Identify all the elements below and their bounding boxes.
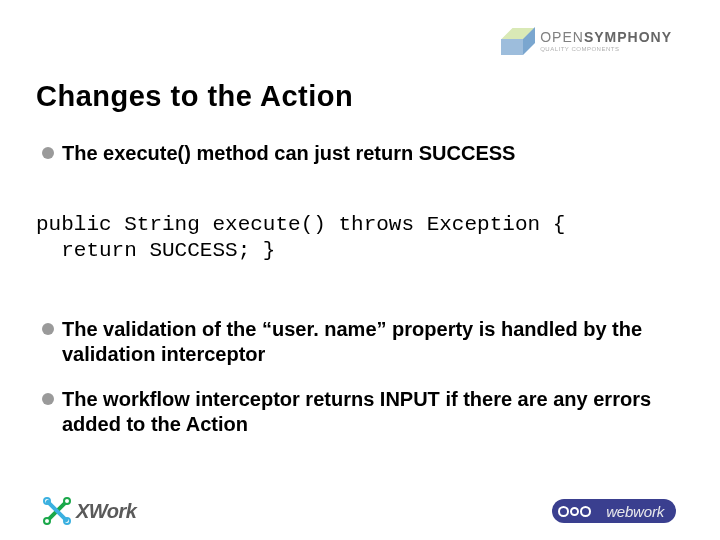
code-block: public String execute() throws Exception… [36, 212, 684, 265]
slide: OPENSYMPHONY QUALITY COMPONENTS Changes … [0, 0, 720, 540]
bullet-text: The execute() method can just return SUC… [62, 141, 515, 166]
bullet-list: The execute() method can just return SUC… [36, 141, 684, 166]
list-item: The validation of the “user. name” prope… [42, 317, 684, 367]
bullet-list: The validation of the “user. name” prope… [36, 317, 684, 437]
cube-icon [502, 26, 532, 56]
webwork-label: webwork [606, 503, 664, 520]
webwork-logo: webwork [552, 499, 676, 523]
opensymphony-logo: OPENSYMPHONY QUALITY COMPONENTS [502, 26, 672, 56]
xwork-label: XWork [76, 500, 136, 523]
xwork-icon [44, 498, 70, 524]
footer: XWork webwork [0, 498, 720, 524]
logo-text: OPENSYMPHONY QUALITY COMPONENTS [540, 30, 672, 52]
list-item: The workflow interceptor returns INPUT i… [42, 387, 684, 437]
slide-title: Changes to the Action [36, 80, 684, 113]
logo-tagline: QUALITY COMPONENTS [540, 46, 672, 52]
bullet-icon [42, 147, 54, 159]
bullet-text: The validation of the “user. name” prope… [62, 317, 684, 367]
webwork-icon [558, 502, 598, 520]
bullet-text: The workflow interceptor returns INPUT i… [62, 387, 684, 437]
bullet-icon [42, 323, 54, 335]
list-item: The execute() method can just return SUC… [42, 141, 684, 166]
logo-name-light: OPEN [540, 29, 584, 45]
logo-name-bold: SYMPHONY [584, 29, 672, 45]
xwork-logo: XWork [44, 498, 136, 524]
bullet-icon [42, 393, 54, 405]
